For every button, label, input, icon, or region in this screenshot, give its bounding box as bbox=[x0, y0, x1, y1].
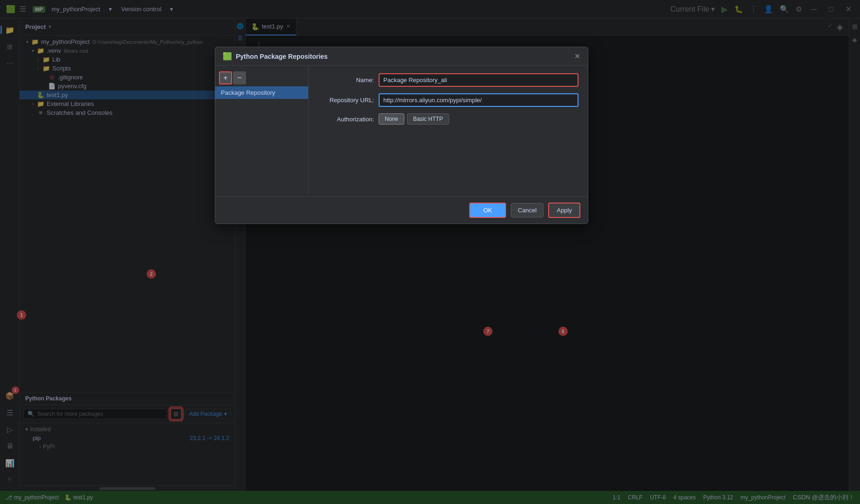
dialog-close-button[interactable]: ✕ bbox=[574, 52, 580, 61]
url-label: Repository URL: bbox=[318, 97, 374, 104]
add-repo-button[interactable]: + bbox=[219, 71, 232, 84]
apply-button[interactable]: Apply bbox=[548, 203, 580, 218]
form-row-name: Name: bbox=[318, 73, 578, 87]
name-input[interactable] bbox=[379, 73, 578, 87]
cancel-button[interactable]: Cancel bbox=[511, 203, 543, 217]
auth-buttons: None Basic HTTP bbox=[379, 113, 578, 125]
name-label: Name: bbox=[318, 77, 374, 84]
dialog-body: + − Package Repository Name: Repository … bbox=[215, 66, 588, 196]
form-row-auth: Authorization: None Basic HTTP bbox=[318, 113, 578, 125]
auth-label: Authorization: bbox=[318, 116, 374, 123]
dialog-left-toolbar: + − bbox=[215, 70, 308, 86]
repo-item-package-repository[interactable]: Package Repository bbox=[215, 86, 308, 99]
dialog-title-icon: 🟩 bbox=[223, 52, 232, 61]
dialog-footer: OK Cancel Apply bbox=[215, 196, 588, 224]
add-icon: + bbox=[223, 74, 227, 82]
dialog-right-panel: Name: Repository URL: Authorization: Non… bbox=[309, 66, 588, 196]
auth-http-button[interactable]: Basic HTTP bbox=[407, 113, 449, 125]
dialog-title-text: Python Package Repositories bbox=[236, 53, 328, 60]
remove-icon: − bbox=[237, 74, 241, 82]
remove-repo-button[interactable]: − bbox=[233, 71, 246, 84]
dialog-title-bar: 🟩 Python Package Repositories ✕ bbox=[215, 47, 588, 66]
ok-button[interactable]: OK bbox=[469, 203, 506, 218]
url-input[interactable] bbox=[379, 93, 578, 107]
dialog-left-panel: + − Package Repository bbox=[215, 66, 309, 196]
repo-item-label: Package Repository bbox=[221, 89, 275, 96]
form-row-url: Repository URL: bbox=[318, 93, 578, 107]
python-package-repositories-dialog: 🟩 Python Package Repositories ✕ + − Pack… bbox=[215, 47, 588, 224]
auth-none-button[interactable]: None bbox=[379, 113, 404, 125]
